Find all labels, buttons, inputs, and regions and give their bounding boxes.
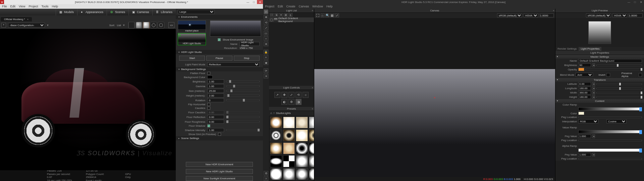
spin-icon[interactable]: ▴ [592, 82, 595, 86]
close-panel-icon[interactable]: × [312, 86, 313, 90]
home-icon[interactable]: ⌂ [270, 112, 272, 115]
display-icon[interactable]: ▭ [168, 22, 174, 28]
thumb-size-select[interactable]: Large [178, 10, 215, 14]
tool-target-icon[interactable]: ⊕ [264, 42, 268, 46]
preset-category[interactable]: StudioLights [276, 112, 291, 115]
floor-refl-value[interactable]: 0.00 [207, 115, 224, 119]
close-button[interactable]: ✕ [257, 0, 263, 4]
ribbon-tab-appearances[interactable]: ●Appearances [77, 9, 107, 15]
spin-icon[interactable]: ▴ [592, 63, 595, 67]
spin-icon[interactable]: ▴ [592, 134, 595, 138]
tab-light-properties[interactable]: Light Properties [579, 47, 601, 51]
shade-mode-5[interactable] [158, 22, 164, 28]
lc-scale-icon[interactable]: ⤢ [288, 92, 294, 98]
maximize-button[interactable]: □ [251, 0, 257, 4]
menu-edit[interactable]: Edit [278, 5, 283, 8]
cv-expand-icon[interactable]: ⤢ [335, 13, 339, 17]
height-value[interactable]: 2.00 [207, 94, 224, 98]
ribbon-tab-cameras[interactable]: ▣Cameras [128, 9, 153, 15]
preset-thumb[interactable] [270, 142, 282, 155]
shade-mode-3[interactable] [143, 22, 150, 28]
close-button[interactable]: ✕ [638, 0, 644, 4]
tool-layers-icon[interactable]: ≡ [264, 55, 268, 60]
spin-icon[interactable]: ▴ [592, 95, 595, 99]
plus-icon[interactable]: + [1, 23, 6, 27]
menu-file[interactable]: File [2, 5, 7, 8]
canvas-view[interactable]: + [314, 18, 555, 177]
new-hdr-env-button[interactable]: New HDR Environment [186, 162, 253, 167]
env-name-field[interactable]: HDR Light Studio [239, 42, 260, 46]
fliph-checkbox[interactable] [207, 103, 210, 106]
section-transform[interactable]: ▾Transform [555, 78, 644, 82]
lat-slider[interactable] [596, 83, 642, 85]
tool-eye-icon[interactable]: ◉ [264, 60, 268, 65]
section-scene[interactable]: ▸Scene Settings [176, 136, 263, 140]
gamma-slider[interactable] [226, 85, 260, 87]
spin-icon[interactable]: ▴ [592, 86, 595, 90]
preset-thumb[interactable] [296, 129, 308, 141]
show-grid-checkbox[interactable] [218, 133, 221, 136]
light-paint-mode-select[interactable]: Reflection [207, 62, 260, 67]
pegvalue-field[interactable]: 1.000 [578, 134, 591, 138]
height-slider[interactable] [596, 97, 642, 98]
interp-space-select[interactable]: RGB [578, 119, 598, 123]
menu-tools[interactable]: Tools [41, 5, 48, 8]
shade-mode-1[interactable] [128, 22, 135, 28]
menu-window[interactable]: Window [312, 5, 323, 8]
lc-bright-icon[interactable]: ☼ [303, 92, 309, 98]
width-slider[interactable] [596, 92, 642, 94]
menu-help[interactable]: Help [52, 5, 58, 8]
tool-area-icon[interactable]: ▭ [264, 31, 268, 36]
rotation-value[interactable]: 0 [207, 98, 224, 102]
stop-button[interactable]: Stop [234, 56, 260, 61]
tool-gear-icon[interactable]: ⚙ [264, 171, 268, 176]
close-panel-icon[interactable]: × [312, 9, 313, 13]
size-slider[interactable] [226, 90, 260, 92]
env-thumb-hdrls[interactable]: ⟳ HDR Light Studio [178, 33, 206, 45]
preset-thumb[interactable] [296, 142, 308, 155]
maximize-button[interactable]: □ [632, 0, 638, 4]
pegloc-slider[interactable] [578, 140, 642, 141]
minimize-button[interactable]: — [626, 0, 632, 4]
color-swatch[interactable] [578, 112, 584, 115]
preset-thumb[interactable] [309, 142, 314, 155]
show-env-checkbox[interactable]: ✓ [218, 38, 221, 41]
brightness-value[interactable]: 1.00 [207, 79, 224, 83]
brightness-slider[interactable] [226, 81, 260, 82]
section-content[interactable]: ▾Content [555, 99, 644, 103]
new-sunlight-button[interactable]: New Sunlight Environment [186, 176, 253, 181]
lp-space-select[interactable]: HSVA [612, 13, 627, 17]
interp-curve-select[interactable]: Cosine [606, 119, 627, 123]
height-field[interactable]: 180.00 [578, 95, 591, 99]
preset-thumb[interactable] [270, 168, 282, 180]
close-panel-icon[interactable]: × [553, 9, 554, 13]
floor-rough-slider[interactable] [226, 121, 260, 122]
section-master[interactable]: ▾Master Settings [555, 55, 644, 59]
shade-mode-4[interactable] [150, 22, 157, 28]
chevron-down-icon[interactable]: ▾ [123, 23, 125, 27]
brightness-slider[interactable] [596, 65, 642, 66]
cv-home-icon[interactable]: ⌂ [321, 13, 325, 17]
pause-button[interactable]: Pause [206, 56, 232, 61]
tool-sun-icon[interactable]: ☀ [264, 74, 268, 78]
render-viewport[interactable]: ƷS SOLIDWORKS | Visualize [0, 29, 176, 170]
opacity-swatch[interactable] [578, 68, 584, 71]
shadow-int-slider[interactable] [226, 129, 260, 131]
gamma-value[interactable]: 1.00 [207, 84, 224, 88]
section-hdrls[interactable]: ▾HDR Light Studio [176, 50, 263, 54]
preserve-alpha-checkbox[interactable] [639, 73, 642, 77]
tab-render-settings[interactable]: Render Settings [555, 47, 579, 51]
menu-canvas[interactable]: Canvas [299, 5, 309, 8]
prop-name-field[interactable]: Default Gradient Background [578, 59, 642, 63]
preset-thumb[interactable] [283, 142, 295, 155]
preset-thumb[interactable] [283, 168, 295, 180]
close-tab-icon[interactable]: × [27, 18, 29, 21]
lc-move-icon[interactable]: ↗ [274, 92, 280, 98]
pegloc-slider[interactable] [578, 117, 642, 118]
floor-shadow-checkbox[interactable]: ✓ [207, 124, 210, 127]
new-hdrls-button[interactable]: New HDR Light Studio [186, 169, 253, 174]
lp-profile-select[interactable]: sRGB (default) [586, 13, 611, 17]
lc-rotate-icon[interactable]: ⟲ [296, 92, 302, 98]
preset-thumb[interactable] [283, 155, 295, 167]
height-slider[interactable] [226, 95, 260, 96]
